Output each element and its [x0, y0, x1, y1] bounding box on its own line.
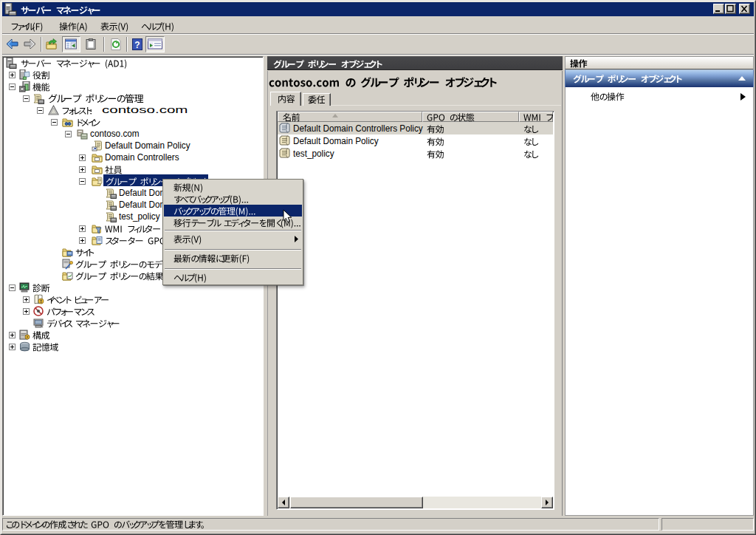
svg-text:?: ?: [134, 40, 140, 50]
